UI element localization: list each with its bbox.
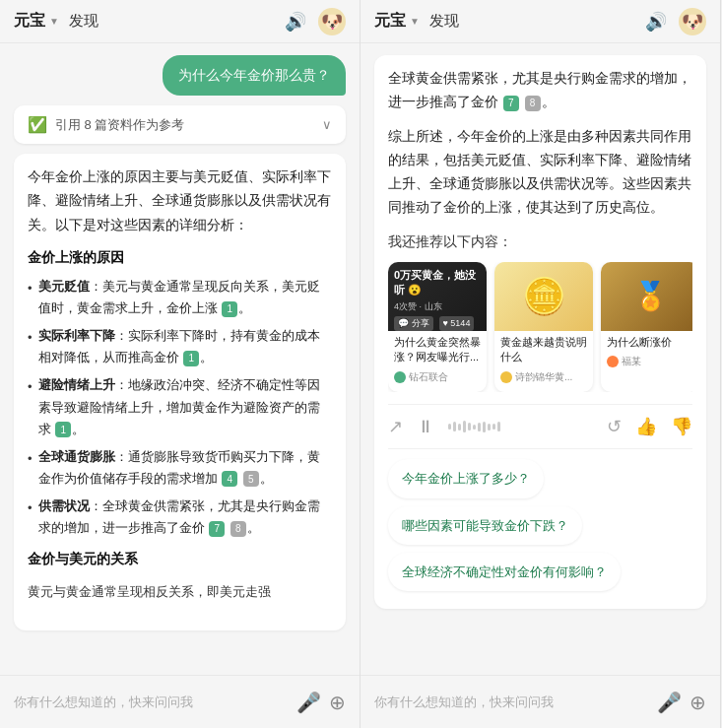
suggestion-chip-3[interactable]: 全球经济不确定性对金价有何影响？ <box>388 553 621 591</box>
share-icon[interactable]: ↗ <box>388 411 403 442</box>
left-reference-box[interactable]: ✅ 引用 8 篇资料作为参考 ∨ <box>14 105 346 144</box>
left-avatar[interactable]: 🐶 <box>318 8 346 35</box>
card-1-thumb: 0万买黄金，她没听 😮 4次赞 · 山东 💬 分享 ♥ 5144 那个时候买了1… <box>388 262 487 331</box>
thumbs-up-icon[interactable]: 👍 <box>635 411 657 442</box>
bullet-dot-3: • <box>28 376 33 439</box>
bullet-dot-2: • <box>28 327 33 368</box>
pause-icon[interactable]: ⏸ <box>417 411 434 442</box>
card-2-source-dot <box>500 371 512 383</box>
left-input-placeholder: 你有什么想知道的，快来问问我 <box>14 694 289 711</box>
right-content: 全球黄金供需紧张，尤其是央行购金需求的增加，进一步推高了金价 7 8。 综上所述… <box>388 67 692 597</box>
ref-check-icon: ✅ <box>28 115 47 134</box>
right-card-1[interactable]: 0万买黄金，她没听 😮 4次赞 · 山东 💬 分享 ♥ 5144 那个时候买了1… <box>388 262 487 392</box>
right-summary: 综上所述，今年金价的上涨是由多种因素共同作用的结果，包括美元贬值、实际利率下降、… <box>388 125 692 221</box>
card-3-footer: 为什么断涨价 福某 <box>601 331 692 376</box>
left-header: 元宝 ▼ 发现 🔊 🐶 <box>0 0 360 43</box>
right-header-icons: 🔊 🐶 <box>645 8 706 35</box>
left-header-icons: 🔊 🐶 <box>285 8 346 35</box>
card-2-coin-icon: 🪙 <box>522 265 566 329</box>
right-avatar[interactable]: 🐶 <box>679 8 706 35</box>
card-2-thumb: 🪙 <box>494 262 593 331</box>
card-3-source: 福某 <box>607 353 692 370</box>
left-app-title: 元宝 ▼ <box>14 11 59 32</box>
left-discover-tab[interactable]: 发现 <box>69 12 98 31</box>
cite-4b: 5 <box>243 471 259 487</box>
cite-5b: 8 <box>230 521 246 537</box>
card-3-thumb: 🏅 <box>601 262 692 331</box>
card-2-source-name: 诗韵锦华黄... <box>515 368 572 386</box>
right-recommend-label: 我还推荐以下内容： <box>388 231 692 254</box>
right-cards-row: 0万买黄金，她没听 😮 4次赞 · 山东 💬 分享 ♥ 5144 那个时候买了1… <box>388 262 692 392</box>
left-bullet-5: • 供需状况：全球黄金供需紧张，尤其是央行购金需求的增加，进一步推高了金价 7 … <box>28 496 332 539</box>
thumbs-down-icon[interactable]: 👎 <box>671 411 692 442</box>
bullet-dot-1: • <box>28 278 33 319</box>
card-2-title: 黄金越来越贵说明什么 <box>500 335 587 365</box>
left-panel: 元宝 ▼ 发现 🔊 🐶 为什么今年金价那么贵？ ✅ 引用 8 篇资料作为参考 ∨… <box>0 0 361 728</box>
right-header: 元宝 ▼ 发现 🔊 🐶 <box>361 0 720 43</box>
right-input-placeholder: 你有什么想知道的，快来问问我 <box>374 694 649 711</box>
suggestion-chip-1[interactable]: 今年金价上涨了多少？ <box>388 459 544 497</box>
card-3-source-dot <box>607 356 619 367</box>
right-title-arrow: ▼ <box>410 16 420 27</box>
card-2-source: 诗韵锦华黄... <box>500 368 587 386</box>
left-mic-icon[interactable]: 🎤 <box>296 691 321 714</box>
cite-2: 1 <box>183 351 199 366</box>
left-user-bubble: 为什么今年金价那么贵？ <box>163 55 346 96</box>
card-1-footer: 为什么黄金突然暴涨？网友曝光行... 钻石联合 <box>388 331 487 392</box>
left-ai-response: 今年金价上涨的原因主要与美元贬值、实际利率下降、避险情绪上升、全球通货膨胀以及供… <box>14 154 346 630</box>
left-section1-title: 金价上涨的原因 <box>28 245 332 270</box>
left-speaker-icon[interactable]: 🔊 <box>285 11 306 33</box>
bullet-dot-5: • <box>28 497 33 539</box>
right-speaker-icon[interactable]: 🔊 <box>645 11 667 33</box>
card-1-source-dot <box>394 371 406 383</box>
right-ai-block: 全球黄金供需紧张，尤其是央行购金需求的增加，进一步推高了金价 7 8。 综上所述… <box>374 55 706 609</box>
right-mic-icon[interactable]: 🎤 <box>657 691 682 714</box>
left-bullet-2: • 实际利率下降：实际利率下降时，持有黄金的成本相对降低，从而推高金价 1。 <box>28 325 332 368</box>
right-card-2[interactable]: 🪙 黄金越来越贵说明什么 诗韵锦华黄... <box>494 262 593 392</box>
right-action-bar: ↗ ⏸ ↺ <box>388 404 692 449</box>
card-1-source: 钻石联合 <box>394 368 481 386</box>
refresh-icon[interactable]: ↺ <box>607 411 622 442</box>
left-title-arrow: ▼ <box>49 16 59 27</box>
card-3-title: 为什么断涨价 <box>607 335 692 350</box>
waveform <box>448 421 593 432</box>
cite-5a: 7 <box>209 521 225 537</box>
ref-expand-icon[interactable]: ∨ <box>322 117 332 132</box>
right-chat-area: 全球黄金供需紧张，尤其是央行购金需求的增加，进一步推高了金价 7 8。 综上所述… <box>361 43 720 675</box>
cite-1: 1 <box>222 301 237 317</box>
suggestion-chip-2[interactable]: 哪些因素可能导致金价下跌？ <box>388 506 582 545</box>
left-chat-area: 为什么今年金价那么贵？ ✅ 引用 8 篇资料作为参考 ∨ 今年金价上涨的原因主要… <box>0 43 360 675</box>
card-1-title: 为什么黄金突然暴涨？网友曝光行... <box>394 335 481 365</box>
card-3-source-name: 福某 <box>622 353 641 370</box>
left-section2-title: 金价与美元的关系 <box>28 547 332 571</box>
right-panel: 元宝 ▼ 发现 🔊 🐶 全球黄金供需紧张，尤其是央行购金需求的增加，进一步推高了… <box>361 0 721 728</box>
card-1-source-name: 钻石联合 <box>409 368 448 386</box>
left-intro-text: 今年金价上涨的原因主要与美元贬值、实际利率下降、避险情绪上升、全球通货膨胀以及供… <box>28 165 332 237</box>
right-app-title: 元宝 ▼ <box>374 11 420 32</box>
ref-text: 引用 8 篇资料作为参考 <box>55 116 184 134</box>
right-card-3[interactable]: 🏅 为什么断涨价 福某 <box>601 262 692 392</box>
cite-3: 1 <box>55 422 71 437</box>
card-2-footer: 黄金越来越贵说明什么 诗韵锦华黄... <box>494 331 593 392</box>
right-input-bar: 你有什么想知道的，快来问问我 🎤 ⊕ <box>361 675 720 728</box>
right-add-icon[interactable]: ⊕ <box>689 691 706 714</box>
right-suggestions: 今年金价上涨了多少？ 哪些因素可能导致金价下跌？ 全球经济不确定性对金价有何影响… <box>388 459 692 597</box>
left-bullet-3: • 避险情绪上升：地缘政治冲突、经济不确定性等因素导致避险情绪上升，增加黄金作为… <box>28 374 332 439</box>
left-input-bar: 你有什么想知道的，快来问问我 🎤 ⊕ <box>0 675 360 728</box>
right-cite-8: 8 <box>525 96 541 111</box>
left-add-icon[interactable]: ⊕ <box>329 691 346 714</box>
right-discover-tab[interactable]: 发现 <box>429 12 459 31</box>
bullet-dot-4: • <box>28 448 33 490</box>
left-bullet-4: • 全球通货膨胀：通货膨胀导致货币购买力下降，黄金作为价值储存手段的需求增加 4… <box>28 446 332 490</box>
right-cite-7: 7 <box>503 96 519 111</box>
left-bullet-1: • 美元贬值：美元与黄金通常呈现反向关系，美元贬值时，黄金需求上升，金价上涨 1… <box>28 276 332 319</box>
left-section2-text: 黄元与黄金通常呈现相反关系，即美元走强 <box>28 577 332 611</box>
cite-4a: 4 <box>222 471 237 487</box>
